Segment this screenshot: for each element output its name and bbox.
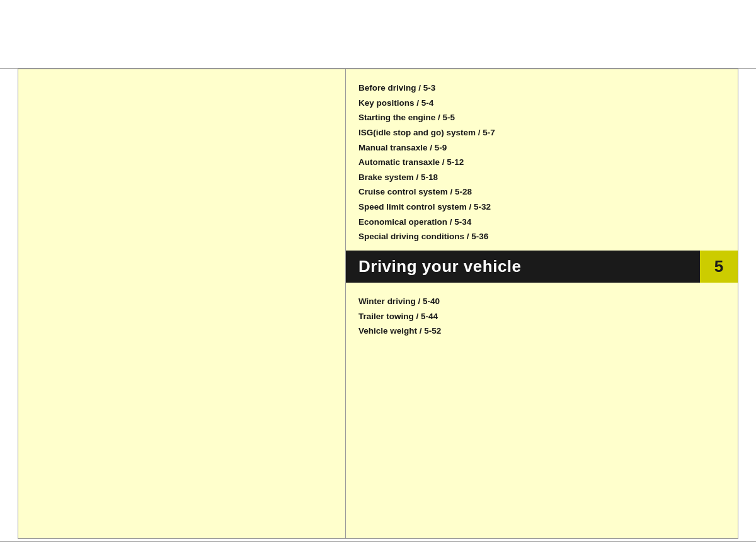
chapter-number-box: 5 — [700, 251, 738, 283]
toc-upper: Before driving / 5-3 Key positions / 5-4… — [346, 69, 738, 251]
toc-lower-item-3: Vehicle weight / 5-52 — [358, 324, 725, 339]
chapter-banner: Driving your vehicle 5 — [346, 251, 738, 283]
main-content: Before driving / 5-3 Key positions / 5-4… — [18, 69, 738, 539]
toc-lower-item-2: Trailer towing / 5-44 — [358, 309, 725, 324]
toc-item-8: Cruise control system / 5-28 — [358, 184, 725, 200]
page-wrapper: Before driving / 5-3 Key positions / 5-4… — [0, 0, 756, 542]
toc-item-7: Brake system / 5-18 — [358, 170, 725, 185]
left-panel — [18, 69, 346, 538]
toc-item-2: Key positions / 5-4 — [358, 96, 725, 111]
chapter-title: Driving your vehicle — [346, 251, 700, 283]
toc-item-11: Special driving conditions / 5-36 — [358, 229, 725, 244]
toc-item-1: Before driving / 5-3 — [358, 81, 725, 96]
right-panel: Before driving / 5-3 Key positions / 5-4… — [346, 69, 738, 538]
toc-item-5: Manual transaxle / 5-9 — [358, 140, 725, 155]
chapter-title-text: Driving your vehicle — [358, 257, 522, 276]
toc-lower: Winter driving / 5-40 Trailer towing / 5… — [346, 283, 738, 538]
toc-item-3: Starting the engine / 5-5 — [358, 110, 725, 125]
toc-item-6: Automatic transaxle / 5-12 — [358, 155, 725, 170]
toc-item-9: Speed limit control system / 5-32 — [358, 200, 725, 215]
toc-lower-item-1: Winter driving / 5-40 — [358, 294, 725, 309]
toc-item-10: Economical operation / 5-34 — [358, 215, 725, 230]
toc-item-4: ISG(idle stop and go) system / 5-7 — [358, 125, 725, 140]
chapter-number: 5 — [714, 257, 723, 276]
